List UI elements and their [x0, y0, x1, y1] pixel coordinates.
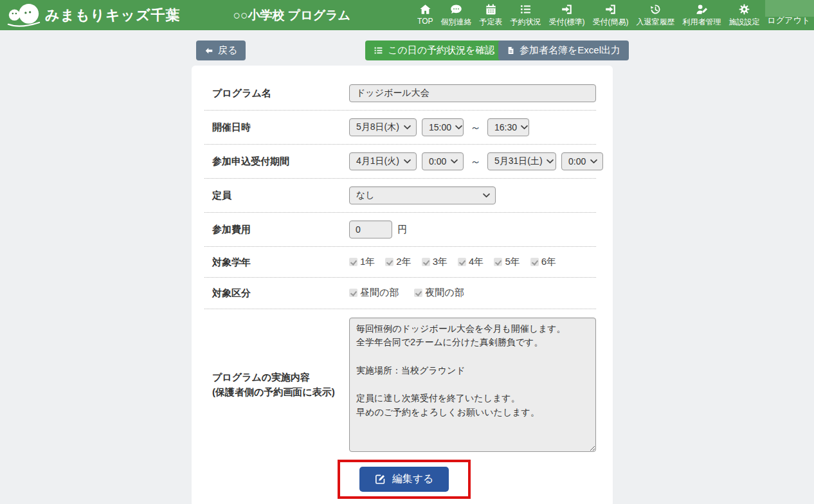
nav-item-user-management[interactable]: 利用者管理: [678, 0, 725, 30]
check-day-reservations-button[interactable]: この日の予約状況を確認: [365, 40, 503, 60]
category-checkbox-nighttime[interactable]: 夜間の部: [414, 287, 464, 299]
period-start-time-value: 0:00: [429, 156, 446, 166]
nav-label: 受付(簡易): [592, 17, 628, 28]
nav-label: 入退室履歴: [636, 17, 674, 28]
nav-label: 利用者管理: [682, 17, 721, 28]
application-period-label: 参加申込受付期間: [212, 154, 349, 168]
checkbox-checked-icon: [530, 258, 539, 266]
edit-button-label: 編集する: [392, 473, 434, 486]
capacity-row: 定員 なし: [204, 179, 596, 213]
highlight-annotation: 編集する: [338, 460, 471, 499]
checkbox-checked-icon: [422, 258, 430, 266]
checkbox-checked-icon: [349, 289, 357, 297]
user-edit-icon: [696, 3, 708, 15]
grade-checkbox-5[interactable]: 5年: [494, 256, 520, 268]
grade-checkbox-6[interactable]: 6年: [530, 256, 556, 268]
file-icon: [507, 46, 515, 55]
schedule-start-time-select[interactable]: 15:00: [422, 118, 464, 136]
schedule-end-time-value: 16:30: [494, 122, 517, 132]
grades-label: 対象学年: [212, 255, 349, 269]
calendar-icon: [485, 3, 497, 15]
chevron-down-icon: [404, 159, 411, 164]
nav-label: 個別連絡: [440, 17, 471, 28]
nav-item-entry-exit-history[interactable]: 入退室履歴: [632, 0, 678, 30]
schedule-label: 開催日時: [212, 120, 349, 134]
nav-label: ログアウト: [767, 15, 810, 26]
nav-item-facility-settings[interactable]: 施設設定: [725, 0, 763, 30]
export-excel-label: 参加者名簿をExcel出力: [520, 44, 620, 57]
category-checkbox-daytime[interactable]: 昼間の部: [349, 287, 399, 299]
application-period-row: 参加申込受付期間 4月1日(火) 0:00 ～ 5月31日(土) 0:00: [204, 145, 596, 179]
schedule-row: 開催日時 5月8日(木) 15:00 ～ 16:30: [204, 111, 596, 145]
export-excel-button[interactable]: 参加者名簿をExcel出力: [498, 40, 629, 60]
nav-label: 受付(標準): [548, 17, 584, 28]
checkbox-checked-icon: [349, 258, 357, 266]
period-start-date-select[interactable]: 4月1日(火): [349, 152, 417, 170]
page-title: ○○小学校 プログラム: [233, 7, 350, 24]
nav-item-reservation-status[interactable]: 予約状況: [506, 0, 545, 30]
back-button[interactable]: 戻る: [196, 40, 246, 60]
nav-item-schedule[interactable]: 予定表: [475, 0, 506, 30]
edit-icon: [375, 474, 386, 485]
nav-item-top[interactable]: TOP: [413, 0, 437, 30]
nav-label: 予定表: [479, 17, 502, 28]
arrow-left-icon: [204, 46, 213, 55]
categories-label: 対象区分: [212, 285, 349, 300]
fee-label: 参加費用: [212, 222, 349, 237]
capacity-select[interactable]: なし: [349, 186, 496, 204]
program-name-input[interactable]: [349, 84, 596, 102]
program-name-row: プログラム名: [204, 76, 596, 111]
comment-icon: [450, 3, 462, 15]
chevron-down-icon: [404, 125, 411, 130]
edit-button[interactable]: 編集する: [359, 467, 449, 492]
chevron-down-icon: [521, 125, 528, 130]
schedule-date-select[interactable]: 5月8日(木): [349, 118, 417, 136]
grade-checkbox-3[interactable]: 3年: [422, 256, 448, 268]
list-icon: [374, 46, 383, 55]
description-label-line2: (保護者側の予約画面に表示): [212, 384, 349, 399]
app-header: みまもりキッズ千葉 ○○小学校 プログラム TOP 個別連絡 予定表 予約状況: [0, 0, 814, 30]
grade-checkbox-1[interactable]: 1年: [349, 256, 375, 268]
categories-row: 対象区分 昼間の部 夜間の部: [204, 278, 596, 309]
description-label: プログラムの実施内容 (保護者側の予約画面に表示): [212, 370, 349, 400]
sign-in-icon: [604, 3, 617, 15]
checkbox-checked-icon: [458, 258, 466, 266]
tilde-separator: ～: [470, 120, 481, 135]
description-textarea[interactable]: 毎回恒例のドッジボール大会を今月も開催します。 全学年合同で2チームに分けた真剣…: [349, 318, 596, 452]
home-icon: [419, 3, 431, 15]
sign-in-icon: [561, 3, 573, 15]
grade-checkbox-2[interactable]: 2年: [385, 256, 411, 268]
grade-checkbox-4[interactable]: 4年: [458, 256, 484, 268]
period-end-time-value: 0:00: [568, 156, 586, 166]
chevron-down-icon: [455, 125, 462, 130]
period-end-time-select[interactable]: 0:00: [561, 152, 603, 170]
back-button-label: 戻る: [218, 44, 237, 57]
nav-item-checkin-simple[interactable]: 受付(簡易): [588, 0, 632, 30]
gear-icon: [738, 3, 750, 15]
history-icon: [649, 3, 662, 15]
fee-row: 参加費用 円: [204, 213, 596, 247]
nav-item-individual-contact[interactable]: 個別連絡: [437, 0, 475, 30]
nav-item-logout[interactable]: ログアウト: [763, 0, 814, 30]
tilde-separator: ～: [470, 154, 481, 169]
mascot-logo-icon: [5, 2, 42, 29]
chevron-down-icon: [590, 159, 597, 164]
program-detail-card: プログラム名 開催日時 5月8日(木) 15:00 ～ 16:30 参加申込受付…: [192, 66, 613, 504]
list-icon: [520, 3, 532, 15]
brand-logo-area[interactable]: みまもりキッズ千葉: [0, 2, 181, 29]
fee-input[interactable]: [349, 221, 392, 239]
main-nav: TOP 個別連絡 予定表 予約状況 受付(標準): [413, 0, 814, 30]
capacity-label: 定員: [212, 188, 349, 203]
chevron-down-icon: [547, 159, 554, 164]
brand-name: みまもりキッズ千葉: [45, 6, 181, 25]
chevron-down-icon: [483, 193, 490, 198]
period-start-time-select[interactable]: 0:00: [422, 152, 464, 170]
grades-row: 対象学年 1年 2年 3年 4年 5年 6年: [204, 247, 596, 278]
description-label-line1: プログラムの実施内容: [212, 370, 349, 384]
period-end-date-select[interactable]: 5月31日(土): [487, 152, 556, 170]
checkbox-checked-icon: [385, 258, 393, 266]
schedule-end-time-select[interactable]: 16:30: [487, 118, 529, 136]
nav-item-checkin-standard[interactable]: 受付(標準): [545, 0, 588, 30]
nav-label: TOP: [417, 17, 433, 26]
fee-unit: 円: [397, 224, 407, 236]
